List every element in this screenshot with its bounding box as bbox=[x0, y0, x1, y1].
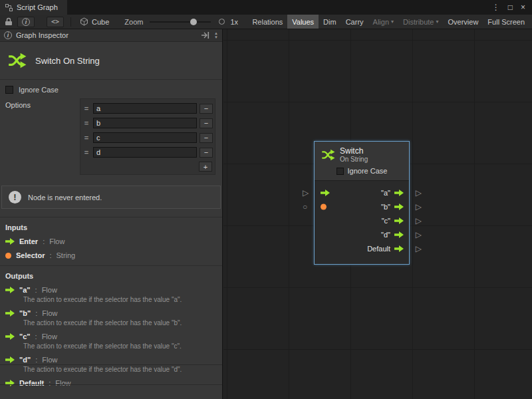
zoom-slider-track bbox=[150, 21, 211, 23]
window-maximize-icon[interactable]: □ bbox=[508, 3, 513, 12]
output-port-c[interactable]: "c" bbox=[382, 217, 404, 225]
option-input-a[interactable] bbox=[93, 103, 197, 114]
overview-button[interactable]: Overview bbox=[444, 15, 483, 29]
output-description: The action to execute if the selector ha… bbox=[23, 319, 217, 327]
node-ignore-case-label: Ignore Case bbox=[348, 167, 388, 175]
graph-canvas[interactable]: Switch On String Ignore Case ▷ "a" ▷ bbox=[223, 29, 532, 399]
remove-option-button[interactable]: − bbox=[200, 104, 213, 114]
panel-divider bbox=[0, 384, 222, 385]
selector-input-port[interactable] bbox=[321, 203, 327, 209]
node-ports: ▷ "a" ▷ ○ "b" ▷ bbox=[315, 180, 409, 264]
flow-arrow-icon bbox=[5, 356, 15, 363]
zoom-slider[interactable] bbox=[150, 17, 211, 27]
align-button[interactable]: Align ▾ bbox=[368, 15, 398, 29]
output-description: The action to execute if the selector ha… bbox=[23, 296, 217, 303]
drag-handle-icon[interactable]: = bbox=[82, 134, 90, 142]
outputs-heading: Outputs bbox=[5, 272, 217, 280]
value-port-icon bbox=[5, 253, 11, 259]
option-input-b[interactable] bbox=[93, 118, 197, 128]
switch-on-string-node[interactable]: Switch On String Ignore Case ▷ "a" ▷ bbox=[314, 141, 410, 265]
flow-input-connector[interactable]: ▷ bbox=[303, 189, 309, 197]
output-connector-b[interactable]: ▷ bbox=[416, 203, 422, 211]
value-port-icon bbox=[321, 203, 327, 209]
distribute-button[interactable]: Distribute ▾ bbox=[398, 15, 443, 29]
graph-inspector-panel: i Graph Inspector ▲ ▼ Switch On String I… bbox=[0, 29, 223, 399]
graph-inspector-title: Graph Inspector bbox=[16, 31, 68, 39]
output-entry-d: "d" : Flow bbox=[5, 356, 217, 364]
output-entry-default: Default : Flow bbox=[5, 379, 217, 387]
warning-icon: ! bbox=[9, 191, 21, 203]
option-row: = − bbox=[82, 116, 213, 130]
dim-button[interactable]: Dim bbox=[319, 15, 341, 29]
zoom-slider-handle[interactable] bbox=[190, 19, 197, 25]
output-connector-a[interactable]: ▷ bbox=[416, 189, 422, 197]
selector-input-connector[interactable]: ○ bbox=[303, 203, 307, 211]
cube-icon bbox=[80, 17, 88, 26]
option-input-d[interactable] bbox=[93, 147, 197, 158]
add-option-button[interactable]: + bbox=[199, 162, 212, 172]
inspector-toggle-button[interactable]: i bbox=[17, 17, 35, 27]
flow-arrow-icon bbox=[5, 238, 15, 245]
script-graph-icon bbox=[5, 4, 13, 11]
output-port-a[interactable]: "a" bbox=[381, 189, 404, 197]
carry-button[interactable]: Carry bbox=[341, 15, 368, 29]
output-entry-c: "c" : Flow bbox=[5, 332, 217, 340]
node-header[interactable]: Switch On String bbox=[315, 142, 409, 165]
options-label: Options bbox=[5, 98, 80, 175]
output-connector-d[interactable]: ▷ bbox=[416, 231, 422, 239]
node-title-block: Switch On String bbox=[0, 42, 222, 80]
code-icon: <> bbox=[51, 18, 59, 25]
window-menu-icon[interactable]: ⋮ bbox=[492, 3, 500, 12]
drag-handle-icon[interactable]: = bbox=[82, 104, 90, 112]
port-row-d: "d" ▷ bbox=[315, 227, 409, 241]
zoom-label: Zoom bbox=[124, 18, 143, 26]
node-ignore-case-row: Ignore Case bbox=[315, 165, 409, 180]
switch-node-icon bbox=[321, 148, 335, 162]
window-controls: ⋮ □ × bbox=[492, 0, 532, 15]
input-entry-selector: Selector : String bbox=[5, 251, 217, 259]
outputs-section: Outputs "a" : Flow The action to execute… bbox=[0, 265, 222, 393]
graph-target-label: Cube bbox=[92, 18, 109, 26]
remove-option-button[interactable]: − bbox=[200, 148, 213, 158]
tab-script-graph[interactable]: Script Graph bbox=[0, 0, 67, 15]
code-view-button[interactable]: <> bbox=[47, 17, 64, 27]
lock-icon[interactable] bbox=[3, 17, 15, 26]
port-row-b: ○ "b" ▷ bbox=[315, 200, 409, 213]
remove-option-button[interactable]: − bbox=[200, 133, 213, 143]
graph-inspector-header: i Graph Inspector ▲ ▼ bbox=[0, 29, 222, 42]
flow-arrow-icon bbox=[5, 310, 15, 317]
option-input-c[interactable] bbox=[93, 132, 197, 143]
output-port-d[interactable]: "d" bbox=[381, 231, 404, 239]
window-close-icon[interactable]: × bbox=[521, 3, 525, 12]
output-connector-default[interactable]: ▷ bbox=[416, 245, 422, 253]
node-ignore-case-checkbox[interactable] bbox=[336, 168, 344, 175]
relations-button[interactable]: Relations bbox=[247, 15, 287, 29]
chevron-down-icon: ▾ bbox=[436, 19, 439, 25]
ignore-case-checkbox[interactable] bbox=[5, 86, 13, 94]
remove-option-button[interactable]: − bbox=[200, 118, 213, 128]
page-title: Switch On String bbox=[35, 56, 100, 66]
warning-text: Node is never entered. bbox=[28, 194, 102, 201]
option-row: = − bbox=[82, 101, 213, 116]
drag-handle-icon[interactable]: = bbox=[82, 119, 90, 127]
warning-banner: ! Node is never entered. bbox=[1, 186, 221, 209]
drag-handle-icon[interactable]: = bbox=[82, 148, 90, 156]
flow-arrow-icon bbox=[5, 380, 15, 386]
graph-target-breadcrumb[interactable]: Cube bbox=[78, 17, 111, 26]
ignore-case-row: Ignore Case bbox=[0, 80, 222, 95]
output-port-b[interactable]: "b" bbox=[381, 203, 404, 211]
fullscreen-button[interactable]: Full Screen bbox=[483, 15, 529, 29]
toolbar-button-group: Relations Values Dim Carry Align ▾ Distr… bbox=[247, 15, 529, 29]
output-description: The action to execute if the selector ha… bbox=[23, 366, 217, 373]
dock-panel-icon[interactable] bbox=[201, 32, 209, 39]
zoom-reset-icon[interactable] bbox=[219, 19, 225, 25]
values-button[interactable]: Values bbox=[287, 15, 319, 29]
options-block: Options = − = − = − = − bbox=[0, 95, 222, 176]
node-title: Switch bbox=[340, 146, 368, 156]
panel-scroll-arrows[interactable]: ▲ ▼ bbox=[214, 31, 218, 39]
info-icon: i bbox=[4, 31, 12, 39]
output-port-default[interactable]: Default bbox=[367, 245, 404, 253]
flow-input-port[interactable] bbox=[321, 190, 330, 196]
output-connector-c[interactable]: ▷ bbox=[416, 217, 422, 225]
output-description: The action to execute if the selector ha… bbox=[23, 342, 217, 350]
